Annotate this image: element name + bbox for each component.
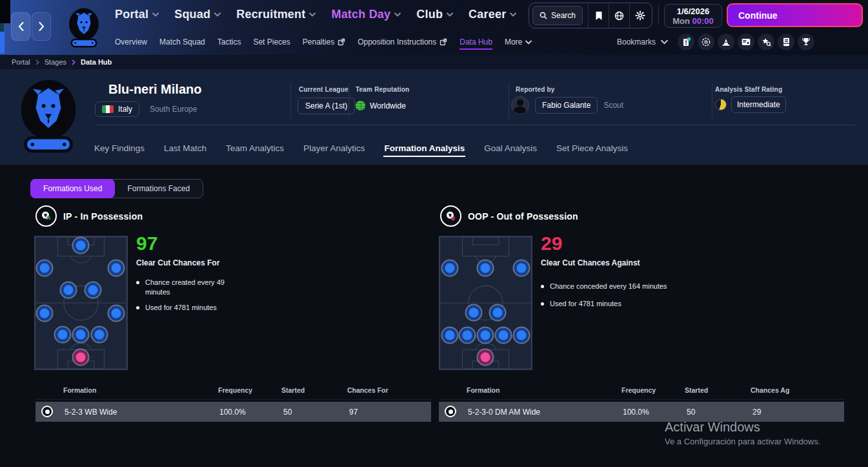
continue-button[interactable]: Continue xyxy=(727,3,863,27)
quick-access-icons xyxy=(678,29,814,55)
fixtures-card-icon[interactable] xyxy=(738,34,754,50)
player-dot xyxy=(467,305,481,320)
trophy-icon[interactable] xyxy=(798,34,814,50)
tab-last-match[interactable]: Last Match xyxy=(163,133,207,163)
notes-icon[interactable] xyxy=(778,34,794,50)
chevron-down-icon xyxy=(152,12,159,17)
out-of-possession-pitch xyxy=(439,236,532,370)
club-crest-large-icon xyxy=(11,76,86,157)
rating-gauge-icon xyxy=(715,99,727,110)
nation-pill[interactable]: Italy xyxy=(95,101,139,117)
player-dot xyxy=(496,328,510,343)
breadcrumb-stages[interactable]: Stages xyxy=(45,58,66,66)
team-name: Blu-neri Milano xyxy=(108,82,201,97)
table-row[interactable]: 5-2-3-0 DM AM Wide 100.0% 50 29 xyxy=(439,402,844,422)
current-league-value[interactable]: Serie A (1st) xyxy=(298,98,355,114)
bookmarks-dropdown[interactable]: Bookmarks xyxy=(617,29,668,55)
list-item: Chance conceded every 164 minutes xyxy=(541,282,667,291)
list-item: Used for 4781 minutes xyxy=(136,303,229,313)
game-date[interactable]: 1/6/2026 Mon 00:00 xyxy=(664,4,722,28)
subnav-more[interactable]: More xyxy=(505,37,532,47)
player-dot xyxy=(514,328,529,343)
subnav-opposition-instructions[interactable]: Opposition Instructions xyxy=(358,37,447,47)
column-frequency: Frequency xyxy=(218,386,252,394)
team-region: South Europe xyxy=(150,105,197,114)
subnav-penalties[interactable]: Penalties xyxy=(303,37,345,47)
globe-icon[interactable] xyxy=(609,3,629,28)
club-crest-icon[interactable] xyxy=(64,5,104,51)
tab-goal-analysis[interactable]: Goal Analysis xyxy=(483,133,538,163)
radio-selected-icon[interactable] xyxy=(445,406,456,417)
chances-against-notes: Chance conceded every 164 minutes Used f… xyxy=(541,282,667,309)
player-dot xyxy=(37,260,52,275)
subnav-set-pieces[interactable]: Set Pieces xyxy=(253,37,290,47)
chevron-right-icon xyxy=(72,59,76,65)
tab-player-analytics[interactable]: Player Analytics xyxy=(303,133,365,163)
breadcrumb: Portal Stages Data Hub xyxy=(0,55,868,69)
team-reputation-label: Team Reputation xyxy=(356,86,409,93)
nav-portal[interactable]: Portal xyxy=(115,8,159,21)
column-chances-against: Chances Ag xyxy=(751,386,789,394)
bookmark-icon[interactable] xyxy=(589,3,609,28)
forward-button[interactable] xyxy=(32,12,51,41)
tab-formation-analysis[interactable]: Formation Analysis xyxy=(383,133,465,163)
tab-key-findings[interactable]: Key Findings xyxy=(94,133,145,163)
sub-nav: Overview Match Squad Tactics Set Pieces … xyxy=(115,29,532,55)
nav-recruitment[interactable]: Recruitment xyxy=(236,8,316,21)
gear-icon[interactable] xyxy=(630,3,650,28)
player-dot xyxy=(478,328,493,343)
formations-used-button[interactable]: Formations Used xyxy=(30,179,115,198)
scouting-icon[interactable] xyxy=(758,34,774,50)
nav-career[interactable]: Career xyxy=(469,8,516,21)
inbox-icon[interactable] xyxy=(678,34,694,50)
corner-decoration xyxy=(0,0,10,23)
nav-club[interactable]: Club xyxy=(416,8,453,21)
tab-team-analytics[interactable]: Team Analytics xyxy=(225,133,285,163)
player-dot xyxy=(109,260,124,275)
table-row[interactable]: 5-2-3 WB Wide 100.0% 50 97 xyxy=(35,402,431,422)
subnav-match-squad[interactable]: Match Squad xyxy=(159,37,205,47)
search-button[interactable]: Search xyxy=(532,6,583,25)
divider xyxy=(658,5,659,25)
player-dot xyxy=(61,283,76,298)
analysis-tabs: Key Findings Last Match Team Analytics P… xyxy=(94,133,629,163)
frequency-cell: 100.0% xyxy=(219,408,246,417)
goalkeeper-dot xyxy=(74,350,88,365)
edge-strip-blue xyxy=(0,32,5,54)
player-dot xyxy=(85,283,100,298)
nav-match-day[interactable]: Match Day xyxy=(331,8,401,21)
training-cone-icon[interactable] xyxy=(718,34,734,50)
formations-faced-button[interactable]: Formations Faced xyxy=(114,180,203,198)
windows-activation-watermark-title: Activar Windows xyxy=(665,420,760,435)
divider xyxy=(509,83,509,119)
started-cell: 50 xyxy=(283,408,292,417)
in-possession-title: IP - In Possession xyxy=(63,211,143,222)
table-header: Formation Frequency Started Chances For xyxy=(35,382,431,400)
radio-selected-icon[interactable] xyxy=(41,406,53,417)
column-formation: Formation xyxy=(467,386,500,394)
team-meta-row: Italy South Europe xyxy=(95,101,197,117)
chances-for-stats: 97 Clear Cut Chances For Chance created … xyxy=(136,234,229,313)
column-frequency: Frequency xyxy=(621,386,656,394)
subnav-data-hub[interactable]: Data Hub xyxy=(459,37,492,50)
tab-set-piece-analysis[interactable]: Set Piece Analysis xyxy=(556,133,629,163)
subnav-overview[interactable]: Overview xyxy=(115,37,147,47)
in-possession-header: IP - In Possession xyxy=(35,205,143,227)
breadcrumb-data-hub[interactable]: Data Hub xyxy=(81,58,112,66)
breadcrumb-portal[interactable]: Portal xyxy=(12,58,30,66)
back-button[interactable] xyxy=(11,12,30,41)
scout-name[interactable]: Fabio Galante xyxy=(535,97,598,114)
in-possession-pitch xyxy=(34,236,128,370)
club-profile-icon[interactable] xyxy=(698,34,714,50)
nav-squad[interactable]: Squad xyxy=(174,8,221,21)
search-icon xyxy=(540,12,547,19)
goalkeeper-dot xyxy=(478,350,493,365)
player-dot xyxy=(109,306,124,320)
out-of-possession-icon xyxy=(440,205,461,227)
subnav-tactics[interactable]: Tactics xyxy=(217,37,241,47)
formations-used-table: Formation Frequency Started Chances For … xyxy=(35,382,431,422)
chevron-down-icon xyxy=(309,12,316,17)
italy-flag-icon xyxy=(102,105,114,113)
search-toolbar: Search xyxy=(529,3,652,28)
reported-by-row: Fabio Galante Scout xyxy=(511,96,623,114)
